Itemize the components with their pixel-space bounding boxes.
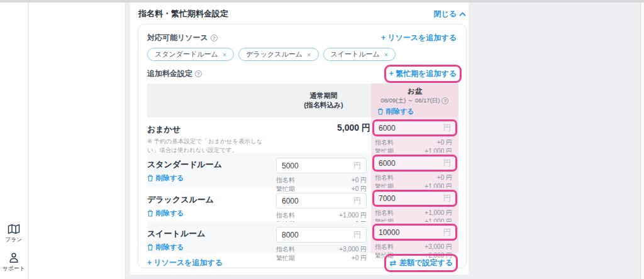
fee-settings-card: 指名料・繁忙期料金設定 閉じる 対応可能リソース ? + リソースを追加する ス… bbox=[130, 3, 469, 275]
delete-busy-period-button[interactable]: 削除する bbox=[371, 107, 458, 116]
row-omakase-busy: 円 指名料+0 円 繁忙期+1,000 円 bbox=[371, 118, 458, 153]
delete-resource-button[interactable]: 削除する bbox=[147, 173, 184, 183]
delete-resource-button[interactable]: 削除する bbox=[147, 209, 184, 218]
deluxe-normal-price-input[interactable] bbox=[282, 197, 338, 205]
row-deluxe-normal: 円 指名料+1,000 円 繁忙期+0 円 bbox=[276, 188, 371, 222]
row-suite-name: スイートルーム 削除する bbox=[147, 222, 276, 253]
add-busy-period-annotation: + 繁忙期を追加する bbox=[389, 68, 457, 79]
resources-row: 対応可能リソース ? + リソースを追加する bbox=[147, 33, 457, 43]
trash-icon bbox=[147, 210, 153, 217]
support-person-icon bbox=[8, 252, 19, 263]
row-deluxe-name: デラックスルーム 削除する bbox=[147, 188, 276, 222]
swap-arrows-icon: ⇄ bbox=[389, 258, 396, 268]
deluxe-normal-price-field: 円 bbox=[276, 193, 367, 209]
sidebar-item-plan-label: プラン bbox=[6, 236, 23, 244]
resource-chip[interactable]: スイートルーム × bbox=[323, 48, 396, 61]
page: { "sidebar": { "items": [ { "icon": "map… bbox=[0, 0, 644, 279]
suite-normal-price-input[interactable] bbox=[282, 231, 338, 239]
add-resource-top-button[interactable]: + リソースを追加する bbox=[381, 33, 457, 43]
suite-busy-price-input[interactable] bbox=[379, 228, 435, 237]
sidebar-item-plan[interactable]: プラン bbox=[6, 224, 23, 244]
page-title: 指名料・繁忙期料金設定 bbox=[138, 8, 228, 19]
card-header: 指名料・繁忙期料金設定 閉じる bbox=[130, 3, 469, 19]
set-by-difference-annotation: ⇄ 差額で設定する bbox=[389, 258, 453, 268]
deluxe-busy-price-input[interactable] bbox=[379, 194, 435, 203]
help-icon[interactable]: ? bbox=[195, 70, 202, 77]
add-resource-bottom-button[interactable]: + リソースを追加する bbox=[147, 258, 223, 268]
omakase-note: ※ 予約の基本設定で「おまかせを表示しない」場合は使われない設定です。 bbox=[147, 137, 270, 155]
table-header-normal-period: 通常期間 (指名料込み) bbox=[276, 84, 371, 118]
omakase-normal-price: 5,000 円 bbox=[276, 118, 370, 134]
standard-normal-price-input[interactable] bbox=[282, 161, 338, 170]
row-standard-normal: 円 指名料+0 円 繁忙期+0 円 bbox=[276, 153, 371, 188]
remove-chip-icon[interactable]: × bbox=[384, 51, 388, 58]
remove-chip-icon[interactable]: × bbox=[307, 51, 311, 58]
row-suite-busy: 円 指名料+3,000 円 繁忙期+2,000 円 bbox=[371, 222, 458, 253]
row-omakase-name: おまかせ ※ 予約の基本設定で「おまかせを表示しない」場合は使われない設定です。 bbox=[147, 118, 276, 153]
sidebar-item-support-label: サポート bbox=[3, 265, 25, 273]
resources-label: 対応可能リソース ? bbox=[147, 33, 218, 43]
help-icon[interactable]: ? bbox=[211, 35, 218, 41]
standard-busy-price-field: 円 bbox=[373, 155, 457, 171]
table-header-busy-period: お盆 08/09(土) ～ 08/17(日) ? 削除する bbox=[371, 84, 458, 118]
fee-table: 通常期間 (指名料込み) お盆 08/09(土) ～ 08/17(日) ? 削除… bbox=[147, 84, 457, 253]
deluxe-busy-price-field: 円 bbox=[373, 190, 457, 206]
map-icon bbox=[8, 224, 20, 234]
fee-settings-panel: 対応可能リソース ? + リソースを追加する スタンダードルーム × デラックス… bbox=[138, 24, 467, 268]
trash-icon bbox=[377, 108, 384, 115]
additional-fee-label: 追加料金設定 ? bbox=[147, 68, 202, 79]
trash-icon bbox=[147, 175, 153, 182]
standard-normal-price-field: 円 bbox=[276, 158, 367, 173]
trash-icon bbox=[147, 244, 153, 251]
row-standard-busy: 円 指名料+0 円 繁忙期+1,000 円 bbox=[371, 153, 458, 188]
table-header-empty bbox=[147, 84, 276, 118]
omakase-busy-price-input[interactable] bbox=[379, 124, 435, 133]
left-icon-sidebar: プラン サポート bbox=[0, 3, 28, 279]
resource-chip[interactable]: スタンダードルーム × bbox=[147, 48, 234, 61]
resource-chip-list: スタンダードルーム × デラックスルーム × スイートルーム × bbox=[147, 48, 457, 61]
close-section-button[interactable]: 閉じる bbox=[433, 9, 466, 19]
row-deluxe-busy: 円 指名料+1,000 円 繁忙期+1,000 円 bbox=[371, 188, 458, 222]
chevron-up-icon bbox=[459, 12, 466, 16]
suite-normal-price-field: 円 bbox=[276, 227, 367, 243]
additional-fee-row: 追加料金設定 ? + 繁忙期を追加する bbox=[147, 67, 457, 80]
row-omakase-normal: 5,000 円 bbox=[276, 118, 371, 153]
suite-busy-price-field: 円 bbox=[373, 224, 457, 240]
sidebar-item-support[interactable]: サポート bbox=[3, 252, 25, 273]
row-suite-normal: 円 指名料+3,000 円 繁忙期+0 円 bbox=[276, 222, 371, 253]
secondary-sidebar bbox=[29, 3, 126, 279]
scrollbar-track[interactable] bbox=[640, 3, 644, 279]
omakase-busy-price-field: 円 bbox=[373, 120, 457, 136]
help-icon[interactable]: ? bbox=[441, 97, 448, 104]
standard-busy-price-input[interactable] bbox=[379, 159, 435, 168]
delete-resource-button[interactable]: 削除する bbox=[147, 243, 184, 252]
set-by-difference-button[interactable]: ⇄ 差額で設定する bbox=[389, 258, 453, 268]
row-standard-name: スタンダードルーム 削除する bbox=[147, 153, 276, 188]
remove-chip-icon[interactable]: × bbox=[223, 51, 226, 58]
resource-chip[interactable]: デラックスルーム × bbox=[238, 48, 318, 61]
add-busy-period-button[interactable]: + 繁忙期を追加する bbox=[389, 69, 457, 78]
